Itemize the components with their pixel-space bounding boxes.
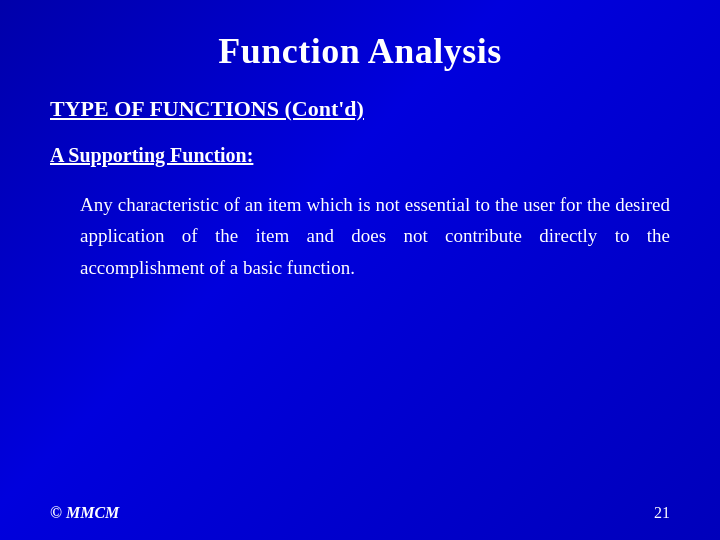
body-text: Any characteristic of an item which is n… bbox=[80, 189, 670, 283]
footer-copyright: © MMCM bbox=[50, 504, 119, 522]
slide-container: Function Analysis TYPE OF FUNCTIONS (Con… bbox=[0, 0, 720, 540]
slide-title: Function Analysis bbox=[50, 30, 670, 72]
section-heading: TYPE OF FUNCTIONS (Cont'd) bbox=[50, 96, 670, 122]
page-number: 21 bbox=[654, 504, 670, 522]
sub-heading: A Supporting Function: bbox=[50, 144, 670, 167]
